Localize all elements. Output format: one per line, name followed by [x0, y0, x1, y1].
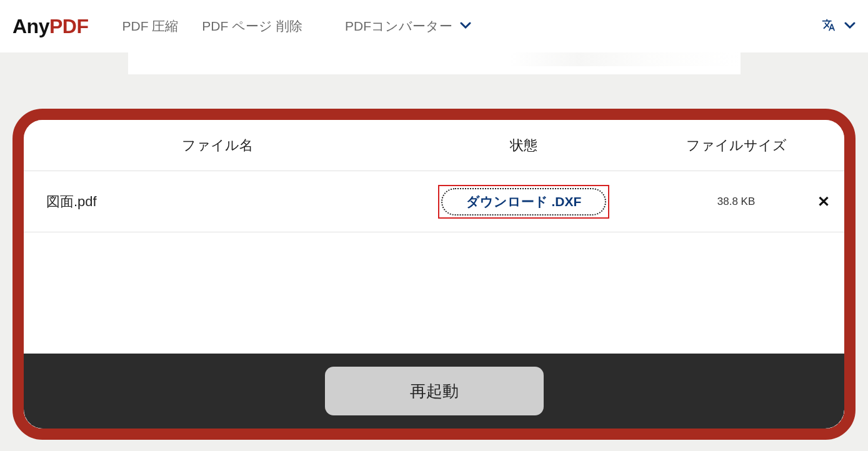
nav-converter-label: PDFコンバーター	[345, 17, 452, 35]
header-right	[822, 18, 856, 34]
chevron-down-icon[interactable]	[844, 21, 856, 32]
result-panel-content: ファイル名 状態 ファイルサイズ 図面.pdf ダウンロード .DXF 38.8…	[24, 120, 844, 429]
col-header-status: 状態	[392, 136, 655, 155]
content-strip-inner	[128, 52, 741, 74]
nav-compress-label: PDF 圧縮	[122, 17, 178, 35]
cell-action: ✕	[817, 193, 842, 211]
footer-bar: 再起動	[24, 354, 844, 429]
top-nav-header: AnyPDF PDF 圧縮 PDF ページ 削除 PDFコンバーター	[0, 0, 868, 52]
restart-button[interactable]: 再起動	[325, 367, 544, 415]
nav-compress[interactable]: PDF 圧縮	[113, 11, 187, 41]
logo-text-pdf: PDF	[49, 15, 89, 37]
result-panel: ファイル名 状態 ファイルサイズ 図面.pdf ダウンロード .DXF 38.8…	[12, 109, 856, 440]
logo[interactable]: AnyPDF	[12, 15, 88, 38]
nav-delete-pages-label: PDF ページ 削除	[202, 17, 302, 35]
cell-status: ダウンロード .DXF	[392, 185, 655, 219]
chevron-down-icon	[460, 21, 471, 32]
download-button-label: ダウンロード .DXF	[441, 188, 607, 216]
nav-converter[interactable]: PDFコンバーター	[336, 11, 480, 41]
col-header-filename: ファイル名	[42, 136, 392, 155]
cell-filename: 図面.pdf	[42, 192, 392, 211]
translate-icon[interactable]	[822, 18, 836, 34]
table-header-row: ファイル名 状態 ファイルサイズ	[24, 120, 844, 171]
content-strip	[0, 52, 868, 109]
nav-delete-pages[interactable]: PDF ページ 削除	[193, 11, 311, 41]
close-icon[interactable]: ✕	[817, 193, 830, 211]
table-row: 図面.pdf ダウンロード .DXF 38.8 KB ✕	[24, 171, 844, 232]
col-header-filesize: ファイルサイズ	[655, 136, 817, 155]
cell-filesize: 38.8 KB	[655, 196, 817, 208]
logo-text-any: Any	[12, 15, 49, 37]
nav-menu: PDF 圧縮 PDF ページ 削除 PDFコンバーター	[113, 11, 480, 41]
spacer	[24, 232, 844, 354]
download-button[interactable]: ダウンロード .DXF	[438, 185, 610, 219]
